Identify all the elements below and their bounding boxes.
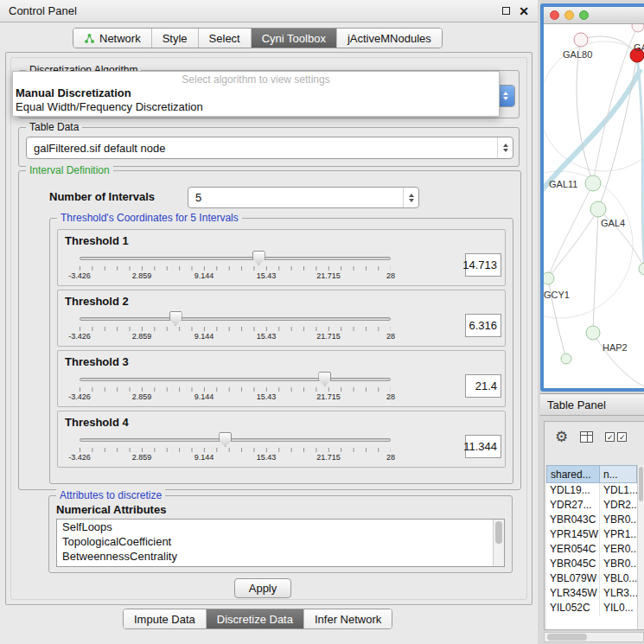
table-data-combobox[interactable]: galFiltered.sif default node [26,137,513,159]
threshold-4-slider-track[interactable] [80,438,391,442]
network-node[interactable] [561,354,571,364]
column-header-shared-name[interactable]: shared... [546,465,600,483]
list-item[interactable]: BetweennessCentrality [57,549,504,564]
table-vertical-scrollbar[interactable] [637,465,644,629]
cell[interactable]: YBR043C [546,513,600,527]
table-row[interactable]: YBR043CYBR0... [546,513,637,527]
network-node[interactable] [585,175,601,191]
close-traffic-light-icon[interactable] [550,10,559,20]
table-header-row: shared... n... [546,465,637,483]
threshold-3-value-field[interactable]: 21.4 [465,374,501,398]
table-row[interactable]: YPR145WYPR1... [546,527,637,542]
cell[interactable]: YER054C [546,542,600,557]
numerical-attributes-list[interactable]: SelfLoops TopologicalCoefficient Between… [56,519,505,567]
cell[interactable]: YIL0... [600,601,637,615]
cell[interactable]: YDR2... [600,498,637,513]
cell[interactable]: YPR1... [600,527,637,542]
threshold-2-slider-ticks [80,327,391,331]
apply-button[interactable]: Apply [234,578,291,598]
table-data-combobox-stepper[interactable] [497,137,513,158]
minimize-traffic-light-icon[interactable] [564,10,574,20]
threshold-1-slider-track[interactable] [80,257,391,260]
threshold-1-value-field[interactable]: 14.713 [465,253,501,277]
cell[interactable]: YDR27... [546,498,600,513]
tab-discretize-data[interactable]: Discretize Data [207,609,304,628]
table-row[interactable]: YDL19...YDL1... [546,483,637,498]
number-of-intervals-stepper[interactable] [403,188,418,207]
algorithm-dropdown-list: Select algorithm to view settings Manual… [12,71,500,117]
checkbox-checked-icon[interactable]: ✓ [605,432,615,442]
scale-label: 2.859 [132,453,152,462]
scale-label: 28 [386,271,395,280]
dropdown-option-equal-width-frequency[interactable]: Equal Width/Frequency Discretization [15,100,497,114]
threshold-3-slider: -3.426 2.859 9.144 15.43 21.715 28 [80,370,391,403]
zoom-traffic-light-icon[interactable] [579,10,589,20]
cyni-toolbox-panel: Discretization Algorithm Table Data galF… [5,52,532,605]
tab-style[interactable]: Style [152,29,199,48]
cell[interactable]: YBR045C [546,557,600,571]
scrollbar-thumb[interactable] [639,467,643,501]
table-row[interactable]: YIL052CYIL0... [546,601,637,615]
close-icon[interactable]: ✕ [519,5,529,17]
cell[interactable]: YDL1... [600,483,637,498]
tab-infer-network[interactable]: Infer Network [304,609,392,628]
network-node[interactable] [590,201,606,217]
dropdown-option-manual-discretization[interactable]: Manual Discretization [15,86,497,100]
cell[interactable]: YLR3... [600,586,637,601]
attributes-list-scrollbar[interactable] [493,520,504,566]
tab-network[interactable]: Network [73,29,152,48]
table-row[interactable]: YBL079WYBL0... [546,571,637,586]
network-node[interactable] [574,33,588,47]
number-of-intervals-combobox[interactable]: 5 [188,187,419,208]
threshold-2-slider-track[interactable] [80,317,391,321]
list-item[interactable]: TopologicalCoefficient [57,534,504,549]
checkbox-checked-icon[interactable]: ✓ [617,432,627,442]
float-window-icon[interactable] [502,7,510,15]
scale-label: 15.43 [257,392,277,401]
threshold-2-slider-thumb[interactable] [169,311,182,326]
node-label: GCY1 [544,290,570,300]
cell[interactable]: YER0... [600,542,637,557]
threshold-2-value-field[interactable]: 6.316 [465,314,501,337]
column-header-name[interactable]: n... [600,465,637,483]
cell[interactable]: YLR345W [546,586,600,601]
threshold-1-panel: Threshold 1 -3.426 2.859 9.144 15.43 21.… [57,229,506,286]
threshold-1-slider: -3.426 2.859 9.144 15.43 21.715 28 [80,249,391,282]
cell[interactable]: YBR0... [600,557,637,571]
cell[interactable]: YPR145W [546,527,600,542]
panel-title: Control Panel [9,4,77,17]
threshold-3-slider-thumb[interactable] [318,372,331,386]
network-node[interactable] [639,263,644,275]
cell[interactable]: YBR0... [600,513,637,527]
cell[interactable]: YDL19... [546,483,600,498]
cell[interactable]: YBL0... [600,571,637,586]
gear-icon[interactable]: ⚙ [555,430,568,444]
threshold-4-value-field[interactable]: 11.344 [465,435,501,458]
network-node[interactable] [632,24,644,32]
table-row[interactable]: YER054CYER0... [546,542,637,557]
scale-label: 21.715 [316,271,341,280]
cell[interactable]: YIL052C [546,601,600,615]
tab-cyni-toolbox[interactable]: Cyni Toolbox [252,29,337,48]
network-node[interactable] [586,326,600,340]
threshold-4-slider-thumb[interactable] [219,432,232,447]
table-row[interactable]: YLR345WYLR3... [546,586,637,601]
network-canvas[interactable]: GAL80 GAL GAL11 GAL4 GCY1 HAP2 [544,24,644,388]
tab-jactivemnodules[interactable]: jActiveMNodules [337,29,442,48]
tab-impute-data[interactable]: Impute Data [124,609,207,628]
table-row[interactable]: YDR27...YDR2... [546,498,637,513]
scrollbar-thumb[interactable] [495,521,502,544]
cell[interactable]: YBL079W [546,571,600,586]
list-item[interactable]: SelfLoops [57,520,504,534]
threshold-1-slider-thumb[interactable] [252,251,265,265]
scrollbar-thumb[interactable] [547,634,587,641]
network-node[interactable] [544,272,554,284]
columns-icon[interactable] [580,431,593,443]
table-horizontal-scrollbar[interactable] [544,632,644,642]
tab-cyni-label: Cyni Toolbox [262,32,326,45]
node-label: GAL [634,42,644,53]
threshold-3-slider-track[interactable] [80,378,391,381]
select-columns-icons[interactable]: ✓ ✓ [605,432,627,442]
tab-select[interactable]: Select [199,29,252,48]
table-row[interactable]: YBR045CYBR0... [546,557,637,571]
